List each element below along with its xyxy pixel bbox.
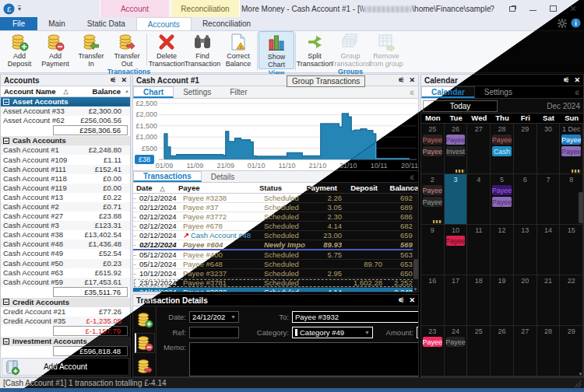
account-group-row[interactable]: −Cash Accounts [1,136,130,145]
group-subtotal-row[interactable]: £35,511.76 [1,287,130,298]
remove-from-group-button[interactable]: Remove from group [368,31,404,68]
calendar-day-cell[interactable]: 28 [537,326,561,376]
calendar-day-cell[interactable]: 5PayeePayee [491,174,514,224]
calendar-day-cell[interactable]: 21 [537,275,561,325]
ref-input[interactable] [189,327,239,338]
account-group-row[interactable]: −Asset Accounts [1,97,130,107]
help-button[interactable]: ? [487,4,497,13]
account-row[interactable]: Cash Account #1£2,248.80 [1,145,130,155]
contextual-tab-account[interactable]: Account [100,0,170,17]
pin-icon[interactable]: ⚟ [563,76,569,84]
calendar-day-cell[interactable]: 20 [514,275,537,325]
pin-icon[interactable]: ⚟ [410,89,415,96]
tab-accounts[interactable]: Accounts [136,17,192,30]
account-row[interactable]: Cash Account #49£52.54 [1,249,130,258]
restore-button[interactable] [508,4,517,13]
account-row[interactable]: Cash Account #2£0.71 [1,202,130,212]
account-row[interactable]: Cash Account #27£23.88 [1,212,130,221]
gear-icon[interactable] [558,19,567,28]
tab-static-data[interactable]: Static Data [76,17,136,30]
payment-type-button[interactable] [135,333,155,353]
tab-file[interactable]: File [0,17,37,30]
calendar-event-chip[interactable]: Payee [423,197,442,207]
pin-icon[interactable]: ⚟ [410,174,415,181]
correct-balance-button[interactable]: ! Correct Balance [220,31,256,68]
account-row[interactable]: Cash Account #50£0.23 [1,259,130,268]
account-row[interactable]: Cash Account #59£17,453.61 [1,278,130,287]
tab-main[interactable]: Main [37,17,76,30]
calendar-day-cell[interactable]: 28PayeeCash [491,124,514,173]
calendar-day-cell[interactable]: 23Payee [421,326,445,376]
calendar-day-cell[interactable]: 27 [467,124,491,173]
calendar-day-cell[interactable]: 18 [467,275,491,325]
calendar-event-chip[interactable]: Payee [446,337,466,347]
calendar-day-cell[interactable]: 16 [421,275,445,325]
group-subtotal-row[interactable]: £258,306.56 [1,125,130,136]
calendar-day-cell[interactable]: 26 [491,326,514,376]
minimize-button[interactable] [528,4,537,13]
calendar-day-cell[interactable]: 10Payee [445,225,468,275]
to-select[interactable]: Payee #3932▼ [292,311,419,323]
transfer-out-button[interactable]: Transfer Out [109,31,145,68]
deposit-type-button[interactable] [135,310,155,330]
calendar-event-chip[interactable]: Payee [446,135,466,145]
pin-icon[interactable]: ⚟ [575,89,580,96]
tab-filter[interactable]: Filter [220,86,256,98]
calendar-event-chip[interactable]: Payee [423,146,442,156]
transfer-in-button[interactable]: Transfer In [73,31,109,68]
delete-transaction-button[interactable]: Delete Transaction [149,31,185,68]
tab-transactions[interactable]: Transactions [133,171,202,182]
calendar-day-cell[interactable]: 29 [514,124,537,173]
tab-chart[interactable]: Chart [133,86,174,98]
today-button[interactable]: Today [423,100,498,112]
calendar-day-cell[interactable]: 30 [537,124,561,173]
accounts-column-headers[interactable]: Account Name△ Balance ▲ [1,86,130,97]
transactions-scrollbar[interactable]: ▼ [413,194,418,292]
account-row[interactable]: Cash Account #119£0.00 [1,184,130,193]
collapse-icon[interactable]: − [3,99,9,105]
show-chart-button[interactable]: Show Chart [259,31,294,69]
split-transaction-button[interactable]: Split Transaction [297,31,332,68]
calendar-day-cell[interactable]: 13 [514,225,537,275]
scroll-up-icon[interactable]: ▲ [413,185,417,190]
account-row[interactable]: Cash Account #38£13,402.54 [1,230,130,240]
group-transactions-button[interactable]: Group Transactions [332,31,368,68]
account-row[interactable]: Cash Account #13£0.22 [1,193,130,202]
transaction-row[interactable]: –24/12/2024Payee #3932Scheduled4.142,248… [133,288,418,292]
more-events-icon[interactable] [456,170,465,173]
date-input[interactable]: 24/12/202▼ [189,311,239,323]
collapse-icon[interactable]: − [3,299,9,305]
category-select[interactable]: Category #49▼ [292,327,373,338]
calendar-event-chip[interactable]: Payee [492,185,512,195]
contextual-tab-reconciliation[interactable]: Reconciliation [171,0,240,17]
calendar-scrollbar[interactable]: ▼ [578,124,583,376]
tab-settings[interactable]: Settings [174,86,220,98]
close-icon[interactable]: ✕ [121,76,127,84]
calendar-day-cell[interactable]: 27 [514,326,537,376]
calendar-day-cell[interactable]: 12 [491,225,514,275]
maximize-button[interactable] [548,4,558,13]
account-row[interactable]: Credit Account #21£77.26 [1,307,130,317]
calendar-day-cell[interactable]: 19 [491,275,514,325]
collapse-icon[interactable]: − [3,338,9,345]
calendar-event-chip[interactable]: Payee [423,135,442,145]
calendar-event-chip[interactable]: Cash [492,146,512,156]
close-icon[interactable]: ✕ [409,76,415,84]
tab-calendar-settings[interactable]: Settings [475,86,522,98]
calendar-day-cell[interactable]: 14 [537,225,561,275]
account-row[interactable]: Cash Account #63£615.92 [1,268,130,278]
collapse-icon[interactable]: − [3,138,9,144]
account-row[interactable]: Cash Account #118£0.00 [1,174,130,184]
info-icon[interactable]: i [571,18,581,28]
calendar-day-cell[interactable]: 24Payee [445,326,468,376]
account-row[interactable]: Cash Account #111£152.41 [1,165,130,174]
close-icon[interactable]: ✕ [409,296,415,304]
scroll-down-icon[interactable]: ▼ [579,372,583,376]
close-icon[interactable]: ✕ [574,76,580,84]
account-row[interactable]: Cash Account #109£1.11 [1,155,130,164]
account-row[interactable]: Cash Account #3£123.31 [1,221,130,230]
calendar-event-chip[interactable]: Payee [492,135,512,145]
add-payment-button[interactable]: Add Payment [37,31,73,68]
account-group-row[interactable]: −Credit Accounts [1,298,130,307]
calendar-event-chip[interactable]: Payee [492,197,512,207]
